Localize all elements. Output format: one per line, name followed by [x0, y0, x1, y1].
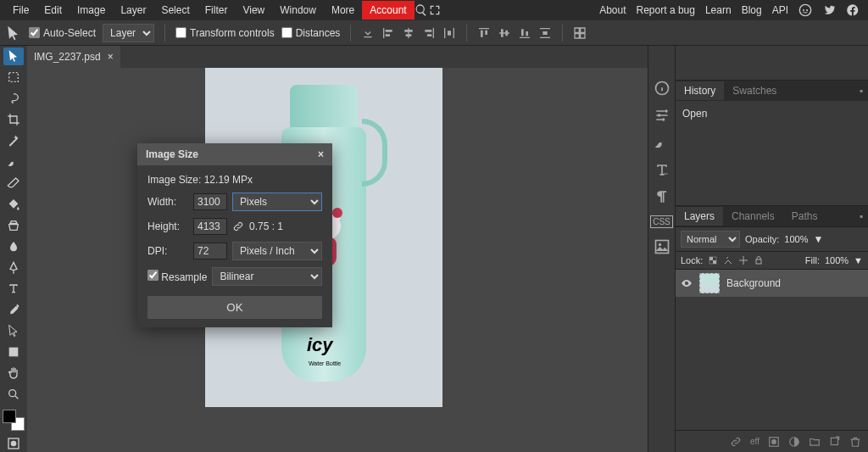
- bucket-tool[interactable]: [3, 195, 24, 213]
- type-tool[interactable]: [3, 280, 24, 298]
- pen-tool[interactable]: [3, 259, 24, 276]
- menu-file[interactable]: File: [5, 1, 36, 20]
- new-layer-icon[interactable]: [829, 436, 841, 448]
- link-api[interactable]: API: [772, 4, 788, 16]
- link-learn[interactable]: Learn: [705, 4, 732, 16]
- color-swatches[interactable]: [3, 410, 25, 431]
- dpi-unit-select[interactable]: Pixels / Inch: [232, 242, 322, 260]
- link-reportbug[interactable]: Report a bug: [637, 4, 695, 16]
- lock-all-icon[interactable]: [754, 255, 764, 265]
- menu-select[interactable]: Select: [153, 1, 197, 20]
- lasso-tool[interactable]: [3, 90, 24, 108]
- lock-label: Lock:: [681, 255, 703, 265]
- history-item-open[interactable]: Open: [682, 104, 861, 123]
- mask-icon[interactable]: [768, 436, 780, 448]
- dpi-input[interactable]: [193, 243, 227, 259]
- svg-point-7: [11, 440, 17, 446]
- menu-filter[interactable]: Filter: [198, 1, 236, 20]
- channels-tab[interactable]: Channels: [723, 207, 783, 226]
- paragraph-icon[interactable]: [654, 188, 670, 205]
- info-icon[interactable]: [654, 80, 670, 97]
- path-select-tool[interactable]: [3, 322, 24, 340]
- wand-tool[interactable]: [3, 132, 24, 150]
- shape-tool[interactable]: [3, 343, 24, 361]
- link-icon[interactable]: [232, 220, 244, 232]
- sliders-icon[interactable]: [654, 107, 670, 124]
- align-bottom-icon[interactable]: [518, 26, 531, 40]
- menu-edit[interactable]: Edit: [36, 1, 70, 20]
- dialog-close-icon[interactable]: ×: [318, 148, 324, 160]
- effects-icon[interactable]: eff: [750, 437, 760, 446]
- link-layers-icon[interactable]: [730, 436, 742, 448]
- crop-tool[interactable]: [3, 111, 24, 129]
- distances-check[interactable]: Distances: [281, 27, 341, 39]
- lock-image-icon[interactable]: [723, 255, 733, 265]
- download-icon[interactable]: [361, 26, 375, 40]
- blur-tool[interactable]: [3, 237, 24, 255]
- history-tab[interactable]: History: [676, 81, 724, 100]
- eraser-tool[interactable]: [3, 174, 24, 192]
- search-icon[interactable]: [415, 3, 428, 17]
- menu-account[interactable]: Account: [362, 1, 414, 20]
- reddit-icon[interactable]: [798, 3, 812, 17]
- distribute-h-icon[interactable]: [442, 26, 456, 40]
- opacity-value[interactable]: 100%: [784, 234, 808, 244]
- close-tab-icon[interactable]: ×: [108, 51, 114, 63]
- visibility-icon[interactable]: [681, 277, 693, 289]
- facebook-icon[interactable]: [846, 3, 860, 17]
- align-left-icon[interactable]: [381, 26, 395, 40]
- width-input[interactable]: [193, 193, 227, 210]
- paths-tab[interactable]: Paths: [783, 207, 826, 226]
- brush-tool[interactable]: [3, 153, 24, 171]
- image-panel-icon[interactable]: [654, 238, 670, 255]
- fill-value[interactable]: 100%: [825, 255, 849, 265]
- align-right-icon[interactable]: [422, 26, 436, 40]
- fill-dropdown-icon[interactable]: ▼: [854, 255, 863, 265]
- resample-check[interactable]: Resample: [147, 270, 207, 283]
- menu-more[interactable]: More: [324, 1, 362, 20]
- fullscreen-icon[interactable]: [428, 3, 442, 17]
- opacity-dropdown-icon[interactable]: ▼: [814, 233, 824, 245]
- history-collapse-icon[interactable]: ▪: [854, 85, 868, 97]
- ok-button[interactable]: OK: [147, 296, 322, 319]
- align-vcenter-icon[interactable]: [498, 26, 511, 40]
- swatches-tab[interactable]: Swatches: [724, 81, 785, 100]
- menu-view[interactable]: View: [235, 1, 272, 20]
- brush-panel-icon[interactable]: [654, 134, 670, 151]
- quickmask-button[interactable]: [3, 434, 24, 452]
- move-tool[interactable]: [3, 47, 24, 65]
- autoselect-target[interactable]: Layer: [103, 24, 154, 42]
- layers-tab[interactable]: Layers: [676, 207, 723, 226]
- align-top-icon[interactable]: [477, 26, 491, 40]
- css-panel-icon[interactable]: CSS: [650, 215, 673, 228]
- menu-window[interactable]: Window: [272, 1, 324, 20]
- document-tab[interactable]: IMG_2237.psd ×: [27, 46, 120, 68]
- folder-icon[interactable]: [809, 436, 821, 448]
- menu-image[interactable]: Image: [70, 1, 113, 20]
- link-blog[interactable]: Blog: [742, 4, 762, 16]
- hand-tool[interactable]: [3, 365, 24, 382]
- transform-check[interactable]: Transform controls: [175, 27, 275, 39]
- trash-icon[interactable]: [849, 436, 861, 448]
- link-about[interactable]: About: [599, 4, 626, 16]
- clone-tool[interactable]: [3, 216, 24, 234]
- character-icon[interactable]: [654, 161, 670, 178]
- marquee-tool[interactable]: [3, 69, 24, 86]
- align-hcenter-icon[interactable]: [402, 26, 415, 40]
- width-unit-select[interactable]: Pixels: [232, 193, 322, 211]
- layer-background[interactable]: Background: [676, 269, 868, 297]
- grid-icon[interactable]: [573, 26, 587, 40]
- height-input[interactable]: [193, 218, 227, 235]
- layers-collapse-icon[interactable]: ▪: [854, 210, 868, 222]
- eyedropper-tool[interactable]: [3, 301, 24, 319]
- menu-layer[interactable]: Layer: [113, 1, 153, 20]
- lock-position-icon[interactable]: [738, 255, 748, 265]
- lock-transparent-icon[interactable]: [708, 255, 718, 265]
- twitter-icon[interactable]: [822, 3, 836, 17]
- autoselect-check[interactable]: Auto-Select: [29, 27, 96, 39]
- distribute-v-icon[interactable]: [538, 26, 552, 40]
- resample-method-select[interactable]: Bilinear: [212, 267, 322, 286]
- blend-mode-select[interactable]: Normal: [681, 231, 740, 248]
- adjustment-icon[interactable]: [788, 436, 800, 448]
- zoom-tool[interactable]: [3, 386, 24, 404]
